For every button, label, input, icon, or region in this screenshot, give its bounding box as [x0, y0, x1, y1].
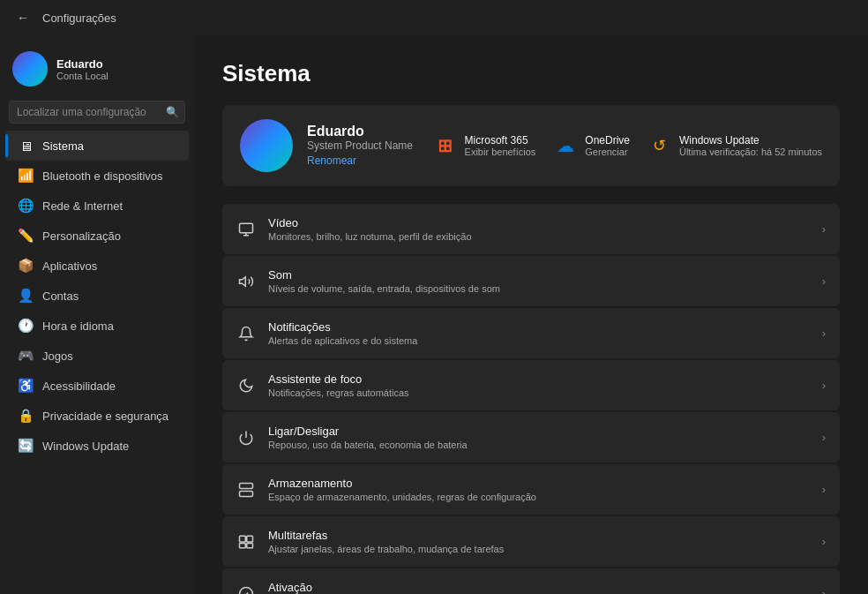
settings-icon-video: [236, 220, 256, 239]
search-input[interactable]: [9, 101, 185, 124]
nav-icon-personalizacao: ✏️: [18, 228, 34, 244]
search-icon: 🔍: [166, 106, 179, 118]
sidebar-item-privacidade[interactable]: 🔒 Privacidade e segurança: [5, 401, 189, 431]
sidebar-profile[interactable]: Eduardo Conta Local: [0, 42, 194, 101]
chevron-icon-som: ›: [822, 274, 826, 288]
sidebar-item-sistema[interactable]: 🖥 Sistema: [5, 131, 189, 161]
content-area: Sistema Eduardo System Product Name Reno…: [194, 35, 868, 594]
nav-icon-bluetooth: 📶: [18, 168, 34, 184]
settings-title-som: Som: [268, 268, 810, 282]
svg-rect-9: [240, 536, 246, 542]
topbar-title: Configurações: [42, 11, 116, 25]
svg-rect-6: [240, 491, 253, 496]
avatar: [12, 51, 48, 86]
settings-icon-ligar-desligar: [236, 428, 256, 447]
profile-info: Eduardo Conta Local: [56, 57, 108, 81]
chevron-icon-ligar-desligar: ›: [822, 431, 826, 444]
settings-item-assistente-foco[interactable]: Assistente de foco Notificações, regras …: [222, 360, 840, 410]
card-name: Eduardo: [307, 124, 413, 139]
sidebar-search-container: 🔍: [9, 101, 185, 124]
settings-title-notificacoes: Notificações: [268, 320, 810, 334]
svg-rect-5: [240, 483, 253, 488]
svg-rect-11: [240, 543, 246, 547]
settings-desc-armazenamento: Espaço de armazenamento, unidades, regra…: [268, 492, 810, 502]
settings-title-multitarefas: Multitarefas: [268, 529, 810, 542]
settings-title-ligar-desligar: Ligar/Desligar: [268, 425, 810, 438]
nav-label-windows-update: Windows Update: [42, 440, 129, 453]
svg-rect-12: [247, 543, 253, 547]
nav-label-bluetooth: Bluetooth e dispositivos: [42, 169, 163, 183]
nav-icon-contas: 👤: [18, 288, 34, 304]
settings-item-multitarefas[interactable]: Multitarefas Ajustar janelas, áreas de t…: [222, 516, 840, 567]
settings-icon-ativacao: [236, 584, 256, 595]
sidebar-item-hora[interactable]: 🕐 Hora e idioma: [5, 311, 189, 341]
back-button[interactable]: ←: [11, 5, 35, 30]
settings-item-ativacao[interactable]: Ativação Estado de ativação, assinaturas…: [222, 568, 840, 594]
chevron-icon-armazenamento: ›: [822, 483, 826, 496]
service-sub-onedrive: Gerenciar: [585, 147, 630, 157]
sidebar-item-acessibilidade[interactable]: ♿ Acessibilidade: [5, 371, 189, 401]
sidebar-item-personalizacao[interactable]: ✏️ Personalização: [5, 221, 189, 251]
settings-item-armazenamento[interactable]: Armazenamento Espaço de armazenamento, u…: [222, 464, 840, 515]
nav-label-jogos: Jogos: [42, 350, 73, 363]
profile-role: Conta Local: [56, 71, 108, 81]
svg-marker-3: [240, 276, 246, 286]
settings-desc-multitarefas: Ajustar janelas, áreas de trabalho, muda…: [268, 544, 810, 554]
sidebar-item-jogos[interactable]: 🎮 Jogos: [5, 341, 189, 371]
sidebar-item-bluetooth[interactable]: 📶 Bluetooth e dispositivos: [5, 161, 189, 191]
chevron-icon-notificacoes: ›: [822, 327, 826, 340]
settings-item-som[interactable]: Som Níveis de volume, saída, entrada, di…: [222, 256, 840, 306]
profile-name: Eduardo: [56, 57, 108, 71]
service-icon-winupdate: ↺: [647, 133, 672, 158]
settings-desc-ligar-desligar: Repouso, uso da bateria, economia de bat…: [268, 440, 810, 450]
nav-list: 🖥 Sistema 📶 Bluetooth e dispositivos 🌐 R…: [0, 131, 194, 461]
svg-rect-0: [240, 223, 253, 233]
nav-label-privacidade: Privacidade e segurança: [42, 410, 168, 423]
service-sub-winupdate: Última verificação: há 52 minutos: [679, 147, 822, 157]
sidebar-item-contas[interactable]: 👤 Contas: [5, 281, 189, 311]
service-winupdate[interactable]: ↺ Windows Update Última verificação: há …: [647, 133, 822, 158]
nav-icon-hora: 🕐: [18, 318, 34, 334]
nav-icon-privacidade: 🔒: [18, 408, 34, 424]
chevron-icon-assistente-foco: ›: [822, 379, 826, 392]
sidebar: Eduardo Conta Local 🔍 🖥 Sistema 📶 Blueto…: [0, 35, 194, 594]
settings-desc-video: Monitores, brilho, luz noturna, perfil d…: [268, 231, 810, 242]
card-product: System Product Name: [307, 139, 413, 152]
service-onedrive[interactable]: ☁ OneDrive Gerenciar: [553, 133, 630, 158]
chevron-icon-ativacao: ›: [822, 587, 826, 594]
page-title: Sistema: [222, 60, 840, 87]
sidebar-item-aplicativos[interactable]: 📦 Aplicativos: [5, 251, 189, 281]
settings-title-armazenamento: Armazenamento: [268, 477, 810, 490]
service-name-onedrive: OneDrive: [585, 134, 630, 147]
settings-item-video[interactable]: Vídeo Monitores, brilho, luz noturna, pe…: [222, 204, 840, 254]
main-layout: Eduardo Conta Local 🔍 🖥 Sistema 📶 Blueto…: [0, 35, 868, 594]
service-name-ms365: Microsoft 365: [465, 134, 536, 147]
service-ms365[interactable]: ⊞ Microsoft 365 Exibir benefícios: [433, 133, 536, 158]
settings-list: Vídeo Monitores, brilho, luz noturna, pe…: [222, 204, 840, 594]
settings-desc-notificacoes: Alertas de aplicativos e do sistema: [268, 335, 810, 346]
service-icon-ms365: ⊞: [433, 133, 458, 158]
rename-link[interactable]: Renomear: [307, 154, 356, 167]
nav-icon-acessibilidade: ♿: [18, 378, 34, 394]
nav-label-aplicativos: Aplicativos: [42, 259, 97, 273]
service-sub-ms365: Exibir benefícios: [465, 147, 536, 157]
card-services: ⊞ Microsoft 365 Exibir benefícios ☁ OneD…: [433, 133, 822, 158]
nav-icon-windows-update: 🔄: [18, 438, 34, 454]
settings-icon-assistente-foco: [236, 376, 256, 395]
settings-item-ligar-desligar[interactable]: Ligar/Desligar Repouso, uso da bateria, …: [222, 412, 840, 462]
settings-desc-assistente-foco: Notificações, regras automáticas: [268, 387, 810, 398]
nav-icon-sistema: 🖥: [18, 138, 34, 154]
nav-label-acessibilidade: Acessibilidade: [42, 380, 116, 393]
profile-card-avatar: [240, 119, 293, 172]
profile-card: Eduardo System Product Name Renomear ⊞ M…: [222, 105, 840, 186]
settings-title-ativacao: Ativação: [268, 581, 810, 594]
settings-item-notificacoes[interactable]: Notificações Alertas de aplicativos e do…: [222, 308, 840, 358]
profile-card-info: Eduardo System Product Name Renomear: [307, 124, 413, 168]
nav-label-rede: Rede & Internet: [42, 199, 123, 213]
service-icon-onedrive: ☁: [553, 133, 578, 158]
svg-point-13: [240, 587, 253, 594]
chevron-icon-multitarefas: ›: [822, 535, 826, 548]
sidebar-item-rede[interactable]: 🌐 Rede & Internet: [5, 191, 189, 221]
sidebar-item-windows-update[interactable]: 🔄 Windows Update: [5, 431, 189, 461]
settings-icon-multitarefas: [236, 532, 256, 552]
